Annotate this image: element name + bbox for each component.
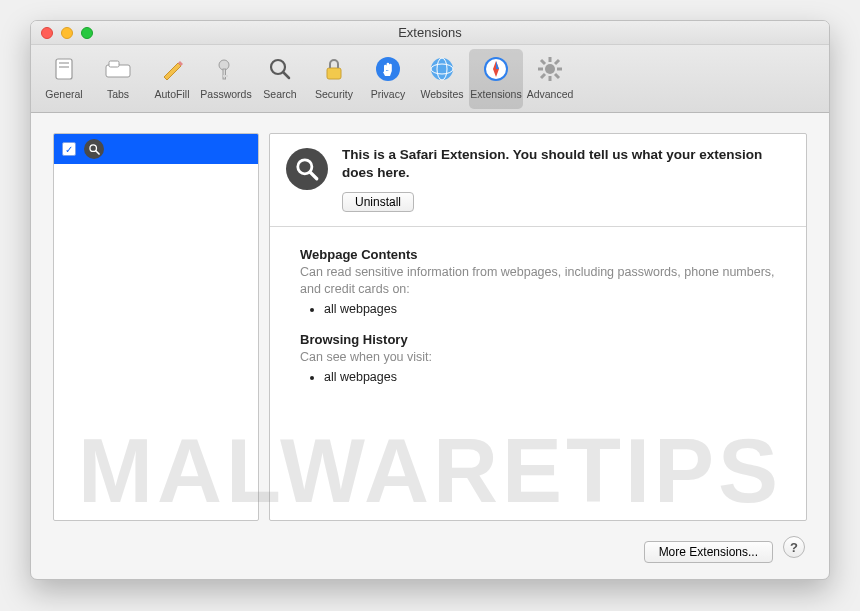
toolbar-tab-websites[interactable]: Websites — [415, 49, 469, 109]
svg-rect-6 — [223, 69, 226, 79]
more-extensions-button[interactable]: More Extensions... — [644, 541, 773, 563]
uninstall-button[interactable]: Uninstall — [342, 192, 414, 212]
autofill-icon — [155, 52, 189, 86]
preferences-toolbar: General Tabs AutoFill Passwords — [31, 45, 829, 113]
svg-rect-2 — [59, 66, 69, 68]
toolbar-label: Advanced — [527, 88, 574, 100]
tabs-icon — [101, 52, 135, 86]
svg-point-12 — [431, 58, 453, 80]
permission-bullet: all webpages — [324, 370, 776, 384]
toolbar-tab-privacy[interactable]: Privacy — [361, 49, 415, 109]
toolbar-label: Privacy — [371, 88, 405, 100]
detail-header: This is a Safari Extension. You should t… — [270, 134, 806, 227]
toolbar-tab-general[interactable]: General — [37, 49, 91, 109]
footer: More Extensions... ? — [53, 521, 807, 563]
search-icon — [263, 52, 297, 86]
toolbar-tab-extensions[interactable]: Extensions — [469, 49, 523, 109]
svg-line-9 — [283, 72, 289, 78]
lock-icon — [317, 52, 351, 86]
permissions-body: Webpage Contents Can read sensitive info… — [270, 227, 806, 410]
help-button[interactable]: ? — [783, 536, 805, 558]
globe-icon — [425, 52, 459, 86]
svg-rect-4 — [109, 61, 119, 67]
extension-large-icon — [286, 148, 328, 190]
hand-icon — [371, 52, 405, 86]
extension-detail-panel: This is a Safari Extension. You should t… — [269, 133, 807, 521]
svg-line-29 — [95, 150, 98, 153]
svg-line-26 — [555, 60, 559, 64]
toolbar-tab-tabs[interactable]: Tabs — [91, 49, 145, 109]
toolbar-label: Passwords — [200, 88, 251, 100]
toolbar-tab-passwords[interactable]: Passwords — [199, 49, 253, 109]
titlebar: Extensions — [31, 21, 829, 45]
svg-rect-7 — [223, 75, 228, 77]
toolbar-label: AutoFill — [154, 88, 189, 100]
svg-point-19 — [545, 64, 555, 74]
svg-line-31 — [310, 172, 317, 179]
toolbar-label: Security — [315, 88, 353, 100]
svg-line-25 — [555, 74, 559, 78]
toolbar-tab-autofill[interactable]: AutoFill — [145, 49, 199, 109]
window-title: Extensions — [31, 25, 829, 40]
preferences-window: Extensions General Tabs AutoFill — [30, 20, 830, 580]
extension-description: This is a Safari Extension. You should t… — [342, 146, 790, 182]
section-title: Webpage Contents — [300, 247, 776, 262]
compass-icon — [479, 52, 513, 86]
svg-rect-10 — [327, 68, 341, 79]
panels: ✓ This is a Safari Extension. You should… — [53, 133, 807, 521]
section-desc: Can read sensitive information from webp… — [300, 264, 776, 298]
toolbar-label: General — [45, 88, 82, 100]
general-icon — [47, 52, 81, 86]
svg-line-27 — [541, 74, 545, 78]
permission-bullet: all webpages — [324, 302, 776, 316]
section-title: Browsing History — [300, 332, 776, 347]
section-desc: Can see when you visit: — [300, 349, 776, 366]
extension-list-item[interactable]: ✓ — [54, 134, 258, 164]
content-area: ✓ This is a Safari Extension. You should… — [31, 113, 829, 579]
svg-rect-1 — [59, 62, 69, 64]
key-icon — [209, 52, 243, 86]
toolbar-tab-search[interactable]: Search — [253, 49, 307, 109]
toolbar-label: Extensions — [470, 88, 521, 100]
toolbar-tab-advanced[interactable]: Advanced — [523, 49, 577, 109]
toolbar-label: Search — [263, 88, 296, 100]
extensions-sidebar: ✓ — [53, 133, 259, 521]
gear-icon — [533, 52, 567, 86]
toolbar-label: Tabs — [107, 88, 129, 100]
extension-search-icon — [84, 139, 104, 159]
toolbar-label: Websites — [421, 88, 464, 100]
extension-enable-checkbox[interactable]: ✓ — [62, 142, 76, 156]
toolbar-tab-security[interactable]: Security — [307, 49, 361, 109]
svg-line-24 — [541, 60, 545, 64]
